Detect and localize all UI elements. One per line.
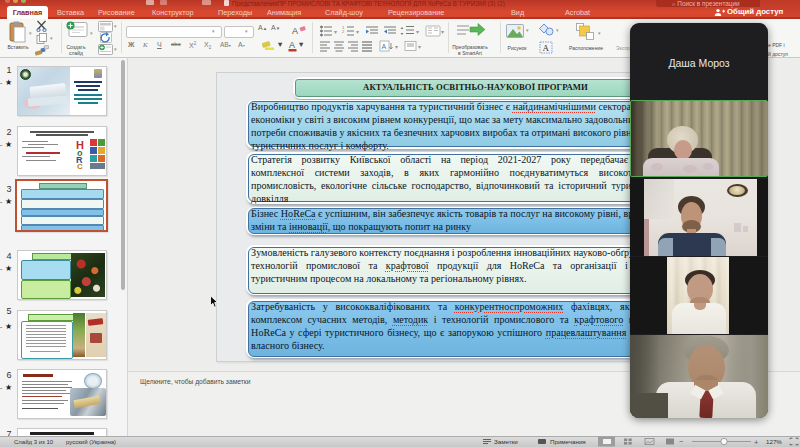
svg-text:А: А <box>289 40 295 50</box>
svg-text:▾: ▾ <box>299 39 304 49</box>
svg-text:▾: ▾ <box>334 29 337 35</box>
svg-text:▾: ▾ <box>416 29 419 35</box>
svg-text:Заметки: Заметки <box>494 438 518 445</box>
svg-text:−: − <box>679 437 684 446</box>
svg-text:▾: ▾ <box>395 44 398 50</box>
svg-text:▾: ▾ <box>418 44 421 50</box>
svg-text:А: А <box>292 26 298 36</box>
svg-text:▾: ▾ <box>441 29 444 35</box>
svg-text:А: А <box>543 43 550 53</box>
svg-text:127%: 127% <box>766 438 782 445</box>
svg-text:2: 2 <box>342 29 345 34</box>
svg-text:Примечания: Примечания <box>550 438 586 445</box>
svg-text:▾: ▾ <box>278 39 283 49</box>
svg-text:A: A <box>382 43 387 50</box>
svg-text:+: + <box>754 438 759 447</box>
svg-text:▾: ▾ <box>356 29 359 35</box>
